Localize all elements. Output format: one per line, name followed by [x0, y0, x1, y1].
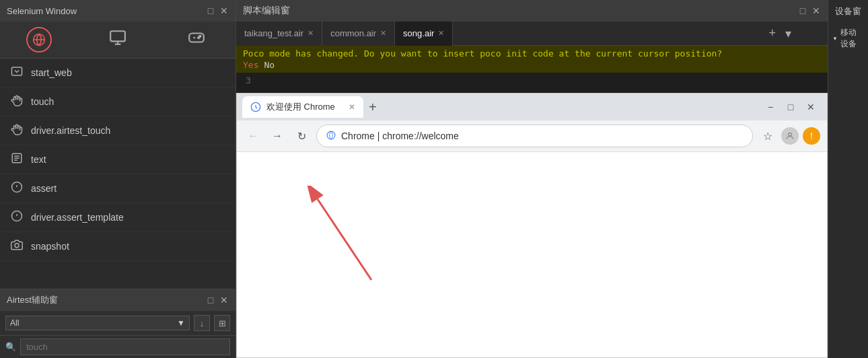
editor-title-controls: □ ✕ [798, 6, 821, 15]
gamepad-icon-button[interactable] [157, 27, 236, 52]
chrome-favicon-icon [250, 102, 261, 112]
chrome-close-button[interactable]: ✕ [803, 99, 819, 115]
editor-restore-button[interactable]: □ [798, 6, 807, 15]
menu-item-assert[interactable]: assert [0, 174, 236, 203]
arrow-annotation [304, 186, 439, 307]
chrome-forward-button[interactable]: → [268, 127, 287, 145]
driver-airtest-touch-label: driver.airtest_touch [31, 125, 110, 136]
chrome-tab-close-button[interactable]: ✕ [349, 102, 355, 112]
editor-close-button[interactable]: ✕ [811, 6, 821, 15]
menu-item-driver-airtest-touch[interactable]: driver.airtest_touch [0, 116, 236, 145]
snapshot-icon [11, 239, 24, 254]
notification-actions: Yes No [243, 60, 821, 70]
chrome-browser-window: 欢迎使用 Chrome ✕ + − □ ✕ ← → ↻ [236, 93, 828, 358]
menu-item-snapshot[interactable]: snapshot [0, 232, 236, 261]
selenium-window-panel: Selenium Window □ ✕ [0, 0, 236, 358]
airtest-filter-value: All [10, 318, 19, 328]
driver-assert-template-label: driver.assert_template [31, 212, 124, 223]
chrome-minimize-button[interactable]: − [762, 99, 779, 115]
editor-title: 脚本编辑窗 [243, 5, 290, 17]
tab-taikang-test-close[interactable]: ✕ [308, 29, 314, 38]
svg-point-21 [15, 244, 19, 248]
chrome-navbar: ← → ↻ Chrome | chrome://welcome ☆ [237, 120, 827, 152]
chrome-address-bar[interactable]: Chrome | chrome://welcome [316, 124, 753, 147]
chrome-refresh-button[interactable]: ↻ [292, 127, 311, 145]
tab-taikang-test-label: taikang_test.air [244, 28, 303, 38]
close-button[interactable]: ✕ [219, 6, 229, 15]
tab-song[interactable]: song.air ✕ [395, 22, 453, 46]
snapshot-label: snapshot [31, 241, 69, 252]
script-editor-panel: 脚本编辑窗 □ ✕ taikang_test.air ✕ common.air … [236, 0, 828, 358]
airtest-close-button[interactable]: ✕ [219, 295, 229, 305]
chevron-down-icon: ▼ [177, 318, 185, 328]
chrome-maximize-button[interactable]: □ [783, 99, 799, 115]
tab-common-label: common.air [330, 28, 376, 38]
airtest-search-bar: 🔍 [0, 335, 236, 358]
chrome-favicon-address-icon [326, 131, 336, 142]
chrome-star-button[interactable]: ☆ [758, 127, 777, 145]
chrome-tabs: 欢迎使用 Chrome ✕ + [242, 96, 757, 118]
assert-icon [11, 181, 24, 196]
tab-common[interactable]: common.air ✕ [322, 22, 395, 46]
driver-assert-icon [11, 210, 24, 225]
notification-bar: Poco mode has changed. Do you want to in… [236, 46, 828, 73]
airtest-controls: □ ✕ [206, 295, 229, 305]
svg-rect-5 [189, 34, 204, 42]
notification-no-button[interactable]: No [264, 60, 275, 70]
svg-point-9 [199, 36, 201, 37]
svg-point-24 [789, 133, 792, 136]
device-section: ▼ 移动设备 [828, 23, 868, 54]
driver-touch-icon [11, 123, 24, 138]
svg-rect-2 [110, 31, 125, 41]
menu-item-text[interactable]: text [0, 145, 236, 174]
chrome-url-value: chrome://welcome [382, 131, 459, 141]
editor-titlebar: 脚本编辑窗 □ ✕ [236, 0, 828, 22]
chrome-titlebar: 欢迎使用 Chrome ✕ + − □ ✕ [237, 94, 827, 120]
notification-yes-button[interactable]: Yes [243, 60, 258, 70]
airtest-restore-button[interactable]: □ [206, 295, 215, 305]
chrome-tab-title: 欢迎使用 Chrome [266, 101, 343, 113]
tab-common-close[interactable]: ✕ [380, 29, 386, 38]
chrome-back-button[interactable]: ← [244, 127, 262, 145]
chrome-url-text: Chrome | chrome://welcome [341, 131, 743, 141]
airtest-header: Airtest辅助窗 □ ✕ [0, 289, 236, 311]
icon-toolbar [0, 22, 236, 59]
chrome-url-prefix: Chrome | [341, 131, 382, 141]
notification-text: Poco mode has changed. Do you want to in… [243, 48, 821, 59]
gamepad-icon [188, 29, 205, 50]
tab-song-label: song.air [403, 28, 434, 38]
triangle-icon: ▼ [832, 36, 838, 42]
svg-rect-10 [12, 67, 22, 75]
tab-song-close[interactable]: ✕ [438, 29, 444, 38]
menu-item-driver-assert-template[interactable]: driver.assert_template [0, 203, 236, 232]
globe-icon-button[interactable] [0, 27, 79, 52]
tabs-dropdown-button[interactable]: ▾ [783, 26, 794, 41]
device-panel: 设备窗 ▼ 移动设备 [828, 0, 868, 358]
monitor-icon [109, 29, 126, 50]
search-icon: 🔍 [5, 342, 16, 352]
airtest-grid-button[interactable]: ⊞ [214, 315, 230, 331]
chrome-new-tab-button[interactable]: + [363, 100, 382, 115]
menu-item-start-web[interactable]: start_web [0, 59, 236, 87]
chrome-profile-icon[interactable] [781, 127, 799, 145]
airtest-toolbar: All ▼ ↓ ⊞ [0, 311, 236, 335]
selenium-window-controls: □ ✕ [206, 6, 229, 15]
airtest-download-button[interactable]: ↓ [194, 315, 210, 331]
chrome-tab-welcome[interactable]: 欢迎使用 Chrome ✕ [242, 96, 363, 118]
monitor-icon-button[interactable] [79, 27, 157, 52]
editor-line-area: 3 [236, 73, 828, 93]
airtest-search-input[interactable] [20, 338, 230, 355]
editor-content-area: 3 欢迎使用 Chrome ✕ [236, 73, 828, 358]
selenium-window-title: Selenium Window [7, 6, 77, 16]
tab-taikang-test[interactable]: taikang_test.air ✕ [236, 22, 322, 46]
text-label: text [31, 154, 46, 165]
menu-item-touch[interactable]: touch [0, 87, 236, 116]
restore-button[interactable]: □ [206, 6, 215, 15]
touch-icon [11, 94, 24, 109]
device-section-text: 移动设备 [840, 27, 864, 50]
start-web-label: start_web [31, 67, 72, 78]
text-icon [11, 152, 24, 167]
assert-label: assert [31, 183, 57, 194]
airtest-filter-dropdown[interactable]: All ▼ [5, 316, 190, 330]
add-tab-button[interactable]: + [762, 26, 783, 40]
